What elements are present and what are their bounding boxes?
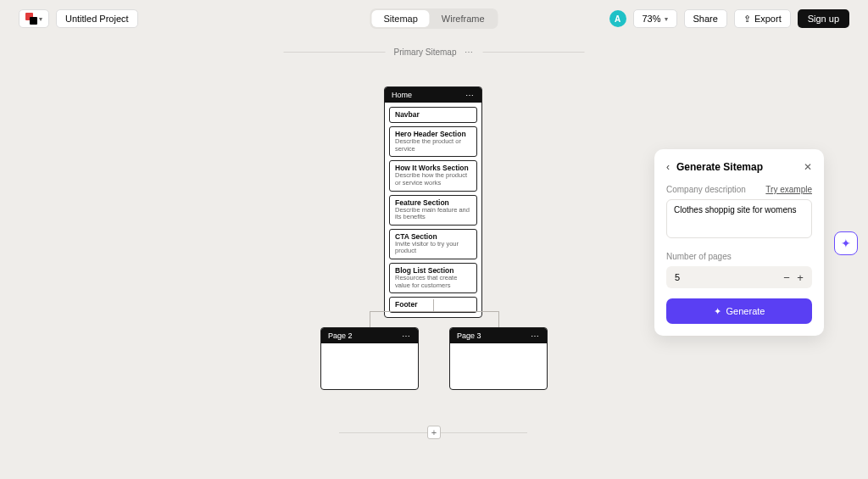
sparkle-icon: ✦ (841, 237, 851, 250)
export-icon: ⇪ (743, 14, 751, 25)
chevron-down-icon: ▾ (39, 15, 42, 23)
section-block[interactable]: Hero Header SectionDescribe the product … (389, 126, 477, 157)
primary-sitemap-menu[interactable]: ⋯ (465, 47, 474, 57)
page-card-page3[interactable]: Page 3 ⋯ (449, 327, 548, 390)
section-desc: Describe the product or service (395, 138, 471, 153)
page-card-menu[interactable]: ⋯ (465, 91, 475, 100)
chevron-down-icon: ▾ (665, 15, 668, 23)
tab-sitemap[interactable]: Sitemap (371, 10, 429, 27)
pages-value: 5 (671, 272, 780, 282)
section-block[interactable]: Navbar (389, 107, 477, 123)
sparkle-icon: ✦ (714, 306, 721, 317)
project-name-button[interactable]: Untitled Project (56, 9, 138, 28)
section-title: Feature Section (395, 198, 471, 207)
avatar[interactable]: A (609, 10, 626, 27)
connector-line (370, 311, 498, 312)
zoom-label: 73% (643, 14, 661, 24)
close-icon[interactable]: ✕ (804, 161, 812, 173)
generate-button[interactable]: ✦ Generate (666, 298, 812, 324)
export-label: Export (754, 14, 782, 24)
try-example-link[interactable]: Try example (765, 185, 812, 194)
mode-toggle: Sitemap Wireframe (370, 8, 498, 29)
section-block[interactable]: Blog List SectionResources that create v… (389, 263, 477, 293)
app-logo-icon (25, 13, 37, 25)
app-menu-button[interactable]: ▾ (19, 9, 49, 28)
page-card-page2[interactable]: Page 2 ⋯ (320, 327, 419, 390)
number-of-pages-label: Number of pages (666, 252, 732, 261)
section-desc: Describe main feature and its benefits (395, 207, 471, 221)
section-desc: Describe how the product or service work… (395, 172, 471, 187)
panel-title: Generate Sitemap (676, 161, 797, 173)
section-desc: Resources that create value for customer… (395, 275, 471, 289)
page-card-title: Home (392, 91, 412, 99)
page-card-title: Page 3 (457, 331, 481, 340)
section-block[interactable]: CTA SectionInvite visitor to try your pr… (389, 229, 477, 259)
section-block[interactable]: Feature SectionDescribe main feature and… (389, 195, 477, 226)
project-name-label: Untitled Project (65, 14, 129, 24)
tab-wireframe[interactable]: Wireframe (430, 10, 497, 27)
signup-button[interactable]: Sign up (798, 9, 849, 28)
connector-line (433, 299, 434, 311)
export-button[interactable]: ⇪ Export (734, 9, 791, 28)
share-button[interactable]: Share (684, 9, 727, 28)
section-block[interactable]: How It Works SectionDescribe how the pro… (389, 160, 477, 191)
page-card-menu[interactable]: ⋯ (402, 331, 411, 341)
company-description-label: Company description (666, 185, 746, 194)
page-card-menu[interactable]: ⋯ (531, 331, 540, 341)
section-desc: Invite visitor to try your product (395, 241, 471, 255)
ai-fab-button[interactable]: ✦ (834, 231, 858, 255)
page-card-home[interactable]: Home ⋯ NavbarHero Header SectionDescribe… (384, 86, 482, 318)
page-card-title: Page 2 (328, 331, 353, 340)
zoom-dropdown[interactable]: 73% ▾ (633, 9, 677, 28)
company-description-input[interactable] (666, 199, 812, 238)
connector-line (498, 311, 499, 327)
panel-back-button[interactable]: ‹ (666, 161, 670, 173)
generate-sitemap-panel: ‹ Generate Sitemap ✕ Company description… (654, 149, 824, 336)
section-title: Navbar (395, 110, 471, 119)
pages-stepper: 5 − + (666, 266, 812, 288)
add-page-button[interactable]: + (427, 426, 441, 439)
pages-decrement-button[interactable]: − (780, 270, 793, 284)
primary-sitemap-label: Primary Sitemap (394, 47, 457, 57)
generate-label: Generate (726, 306, 765, 316)
connector-line (370, 311, 370, 327)
pages-increment-button[interactable]: + (793, 270, 807, 284)
